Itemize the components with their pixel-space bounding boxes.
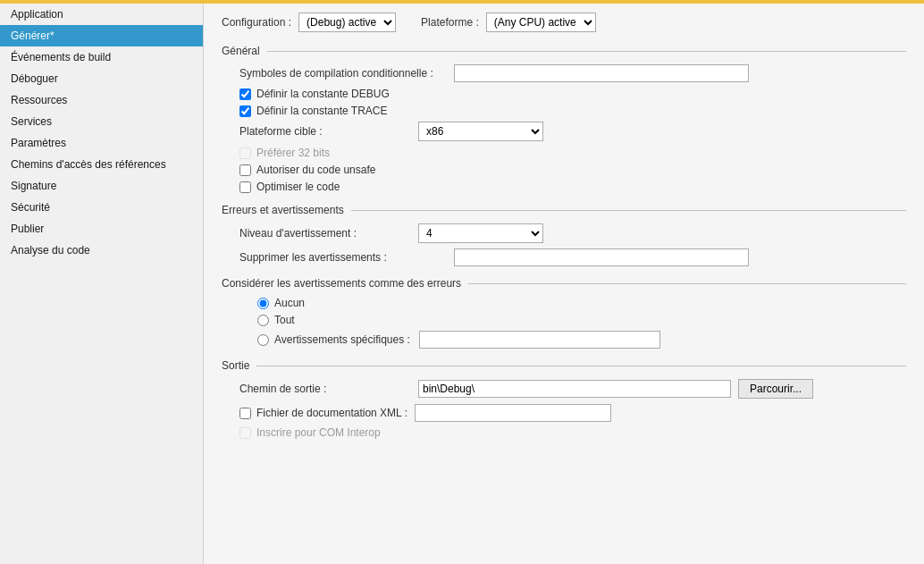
preferer32-checkbox-row: Préférer 32 bits bbox=[222, 147, 906, 159]
sidebar-item-securite[interactable]: Sécurité bbox=[0, 197, 203, 218]
inscrire-com-checkbox[interactable] bbox=[239, 427, 251, 439]
sidebar-item-services[interactable]: Services bbox=[0, 111, 203, 132]
inscrire-com-row: Inscrire pour COM Interop bbox=[222, 426, 906, 439]
inscrire-com-label: Inscrire pour COM Interop bbox=[256, 426, 381, 439]
debug-checkbox[interactable] bbox=[239, 88, 251, 100]
fichier-doc-label: Fichier de documentation XML : bbox=[256, 407, 407, 419]
tout-radio-row: Tout bbox=[222, 314, 906, 326]
chemin-sortie-row: Chemin de sortie : Parcourir... bbox=[222, 379, 906, 399]
sidebar-item-generer[interactable]: Générer* bbox=[0, 25, 203, 46]
section-errors: Erreurs et avertissements bbox=[222, 204, 906, 216]
chemin-sortie-input[interactable] bbox=[418, 380, 731, 398]
platform-cible-row: Plateforme cible : x86 bbox=[222, 122, 906, 141]
main-container: Application Générer* Événements de build… bbox=[0, 4, 924, 564]
supprimer-label: Supprimer les avertissements : bbox=[239, 251, 454, 264]
aucun-radio-row: Aucun bbox=[222, 297, 906, 309]
optimiser-checkbox[interactable] bbox=[239, 181, 251, 193]
debug-label: Définir la constante DEBUG bbox=[256, 88, 390, 100]
sidebar-item-signature[interactable]: Signature bbox=[0, 175, 203, 197]
platform-cible-label: Plateforme cible : bbox=[239, 125, 418, 138]
platform-cible-select[interactable]: x86 bbox=[418, 122, 543, 141]
symboles-row: Symboles de compilation conditionnelle : bbox=[222, 64, 906, 82]
content-area: Configuration : (Debug) active Plateform… bbox=[204, 4, 924, 564]
avert-spec-input[interactable] bbox=[419, 331, 660, 349]
section-general: Général bbox=[222, 45, 906, 57]
sidebar-item-debogguer[interactable]: Déboguer bbox=[0, 68, 203, 89]
section-output: Sortie bbox=[222, 359, 906, 372]
parcourir-button[interactable]: Parcourir... bbox=[738, 379, 813, 399]
sidebar-item-parametres[interactable]: Paramètres bbox=[0, 132, 203, 154]
autoriser-label: Autoriser du code unsafe bbox=[256, 164, 375, 176]
debug-checkbox-row: Définir la constante DEBUG bbox=[222, 88, 906, 100]
niveau-row: Niveau d'avertissement : 4 bbox=[222, 223, 906, 243]
sidebar-item-application[interactable]: Application bbox=[0, 4, 203, 25]
symboles-input[interactable] bbox=[454, 64, 749, 82]
preferer32-label: Préférer 32 bits bbox=[256, 147, 330, 159]
supprimer-input[interactable] bbox=[454, 248, 749, 266]
optimiser-checkbox-row: Optimiser le code bbox=[222, 181, 906, 193]
avert-spec-radio-row: Avertissements spécifiques : bbox=[222, 331, 906, 349]
supprimer-row: Supprimer les avertissements : bbox=[222, 248, 906, 266]
avert-spec-radio[interactable] bbox=[257, 334, 269, 346]
sidebar-item-ressources[interactable]: Ressources bbox=[0, 89, 203, 111]
sidebar-item-analyse[interactable]: Analyse du code bbox=[0, 240, 203, 261]
preferer32-checkbox[interactable] bbox=[239, 147, 251, 159]
fichier-doc-input[interactable] bbox=[415, 404, 611, 422]
tout-label: Tout bbox=[274, 314, 295, 326]
autoriser-checkbox-row: Autoriser du code unsafe bbox=[222, 164, 906, 176]
sidebar-item-evenements[interactable]: Événements de build bbox=[0, 46, 203, 68]
sidebar: Application Générer* Événements de build… bbox=[0, 4, 204, 564]
platform-select[interactable]: (Any CPU) active bbox=[486, 13, 596, 32]
sidebar-item-publier[interactable]: Publier bbox=[0, 218, 203, 240]
aucun-label: Aucun bbox=[274, 297, 305, 309]
config-row: Configuration : (Debug) active Plateform… bbox=[222, 13, 906, 32]
niveau-label: Niveau d'avertissement : bbox=[239, 227, 418, 240]
symboles-label: Symboles de compilation conditionnelle : bbox=[239, 67, 454, 80]
chemin-sortie-label: Chemin de sortie : bbox=[239, 383, 418, 395]
platform-label: Plateforme : bbox=[421, 16, 479, 29]
trace-checkbox[interactable] bbox=[239, 105, 251, 117]
tout-radio[interactable] bbox=[257, 315, 269, 326]
avert-spec-label: Avertissements spécifiques : bbox=[274, 333, 410, 346]
config-label: Configuration : bbox=[222, 16, 291, 29]
aucun-radio[interactable] bbox=[257, 298, 269, 309]
optimiser-label: Optimiser le code bbox=[256, 181, 340, 193]
niveau-select[interactable]: 4 bbox=[418, 223, 543, 243]
fichier-doc-checkbox[interactable] bbox=[239, 408, 251, 419]
trace-label: Définir la constante TRACE bbox=[256, 105, 388, 117]
fichier-doc-row: Fichier de documentation XML : bbox=[222, 404, 906, 422]
autoriser-checkbox[interactable] bbox=[239, 164, 251, 176]
trace-checkbox-row: Définir la constante TRACE bbox=[222, 105, 906, 117]
sidebar-item-chemins[interactable]: Chemins d'accès des références bbox=[0, 154, 203, 175]
config-select[interactable]: (Debug) active bbox=[298, 13, 396, 32]
section-warnings-as-errors: Considérer les avertissements comme des … bbox=[222, 277, 906, 290]
